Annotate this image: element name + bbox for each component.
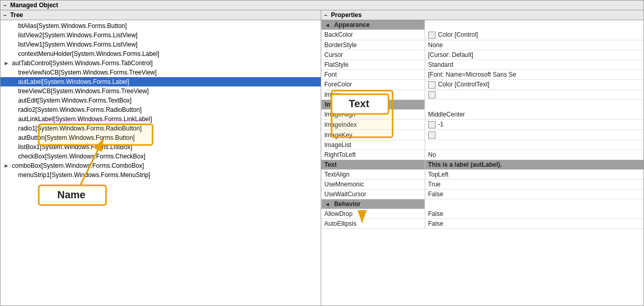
tree-item-label: treeViewNoCB[System.Windows.Forms.TreeVi… — [18, 69, 157, 76]
property-value[interactable]: Color [ControlText] — [425, 79, 643, 90]
managed-object-title: Managed Object — [10, 2, 58, 9]
properties-table: ◄AppearanceBackColor Color [Control]Bord… — [321, 20, 643, 305]
tree-item-label: btAlias[System.Windows.Forms.Button] — [18, 22, 127, 30]
property-value[interactable]: No — [425, 150, 643, 160]
property-row[interactable]: ImageKey — [321, 130, 643, 140]
property-row[interactable]: Font[Font: Name=Microsoft Sans Se — [321, 69, 643, 79]
tree-item[interactable]: ▶comboBox[System.Windows.Forms.ComboBox] — [1, 161, 321, 170]
property-value[interactable]: False — [425, 219, 643, 229]
property-value[interactable]: [Cursor: Default] — [425, 50, 643, 60]
property-value[interactable] — [425, 90, 643, 100]
tree-item[interactable]: listView2[System.Windows.Forms.ListView] — [1, 31, 321, 40]
property-name: ImageList — [321, 140, 425, 150]
tree-item[interactable]: radio2[System.Windows.Forms.RadioButton] — [1, 105, 321, 114]
color-swatch — [428, 132, 436, 139]
tree-item[interactable]: checkBox[System.Windows.Forms.CheckBox] — [1, 152, 321, 161]
color-swatch — [428, 121, 436, 128]
property-value[interactable]: None — [425, 40, 643, 50]
tree-item[interactable]: listBox1[System.Windows.Forms.ListBox] — [1, 142, 321, 152]
property-row[interactable]: AutoEllipsisFalse — [321, 219, 643, 229]
property-row[interactable]: AllowDropFalse — [321, 209, 643, 219]
property-name: RightToLeft — [321, 150, 425, 160]
property-name: Cursor — [321, 50, 425, 60]
property-name: FlatStyle — [321, 60, 425, 69]
property-row[interactable]: Cursor[Cursor: Default] — [321, 50, 643, 60]
tree-item-label: contextMenuHolder[System.Windows.Forms.L… — [18, 50, 159, 57]
property-row[interactable]: BorderStyleNone — [321, 40, 643, 50]
tree-item-label: autTabControl[System.Windows.Forms.TabCo… — [12, 60, 153, 67]
property-row[interactable]: Image — [321, 90, 643, 100]
property-value[interactable]: This is a label (autLabel). — [425, 160, 643, 170]
tree-item-label: autButton[System.Windows.Forms.Button] — [18, 134, 134, 141]
tree-item-label: radio2[System.Windows.Forms.RadioButton] — [18, 106, 142, 113]
property-value[interactable]: [Font: Name=Microsoft Sans Se — [425, 69, 643, 79]
property-row[interactable]: RightToLeftNo — [321, 150, 643, 160]
tree-collapse[interactable]: − — [4, 12, 7, 18]
property-name: AllowDrop — [321, 209, 425, 219]
section-title: Appearance — [334, 21, 370, 28]
property-value[interactable]: MiddleCenter — [425, 110, 643, 120]
section-collapse-icon[interactable]: ◄ — [325, 201, 330, 207]
property-value[interactable]: False — [425, 209, 643, 219]
property-row[interactable]: ImageList — [321, 140, 643, 150]
properties-collapse[interactable]: − — [324, 12, 327, 18]
property-name: ImageKey — [321, 130, 425, 140]
property-row[interactable]: ImageAlignMiddleCenter — [321, 110, 643, 120]
tree-item[interactable]: radio1[System.Windows.Forms.RadioButton] — [1, 124, 321, 133]
tree-item[interactable]: autLabel[System.Windows.Forms.Label] — [1, 77, 321, 86]
property-name: ForeColor — [321, 79, 425, 90]
property-row[interactable]: UseMnemonicTrue — [321, 180, 643, 190]
tree-item-label: comboBox[System.Windows.Forms.ComboBox] — [12, 162, 144, 169]
tree-item[interactable]: treeViewNoCB[System.Windows.Forms.TreeVi… — [1, 68, 321, 77]
tree-item-label: checkBox[System.Windows.Forms.CheckBox] — [18, 153, 145, 160]
tree-item-label: autEdit[System.Windows.Forms.TextBox] — [18, 97, 131, 104]
tree-item[interactable]: listView1[System.Windows.Forms.ListView] — [1, 40, 321, 49]
color-swatch — [428, 32, 436, 39]
tree-item-label: autLinkLabel[System.Windows.Forms.LinkLa… — [18, 115, 152, 123]
properties-label: Properties — [331, 11, 362, 19]
property-value[interactable]: -1 — [425, 120, 643, 130]
tree-item-label: autLabel[System.Windows.Forms.Label] — [18, 78, 129, 85]
tree-item[interactable]: ▶autTabControl[System.Windows.Forms.TabC… — [1, 59, 321, 68]
property-value[interactable] — [425, 130, 643, 140]
tree-item[interactable]: autButton[System.Windows.Forms.Button] — [1, 133, 321, 142]
property-row[interactable]: ImageIndex -1 — [321, 120, 643, 130]
tree-item[interactable]: autLinkLabel[System.Windows.Forms.LinkLa… — [1, 114, 321, 124]
tree-item[interactable]: treeViewCB[System.Windows.Forms.TreeView… — [1, 86, 321, 96]
tree-item[interactable]: contextMenuHolder[System.Windows.Forms.L… — [1, 49, 321, 59]
section-title: Behavior — [334, 200, 361, 208]
property-row-highlighted[interactable]: TextThis is a label (autLabel). — [321, 160, 643, 170]
properties-header: − Properties — [321, 10, 643, 20]
property-value[interactable]: Standard — [425, 60, 643, 69]
section-collapse-icon[interactable]: ◄ — [325, 22, 330, 28]
section-header-row: ◄Behavior — [321, 199, 643, 210]
property-name: BorderStyle — [321, 40, 425, 50]
property-name: Text — [321, 160, 425, 170]
tree-label: Tree — [10, 11, 23, 19]
property-name: ImageAlign — [321, 110, 425, 120]
property-name: TextAlign — [321, 170, 425, 180]
main-window: − Managed Object − Tree btAlias[System.W… — [0, 0, 644, 306]
right-panel: − Properties ◄AppearanceBackColor Color … — [321, 10, 643, 305]
property-row[interactable]: BackColor Color [Control] — [321, 30, 643, 40]
property-value[interactable]: True — [425, 180, 643, 190]
tree-list[interactable]: btAlias[System.Windows.Forms.Button]list… — [1, 20, 321, 305]
tree-item[interactable]: menuStrip1[System.Windows.Forms.MenuStri… — [1, 170, 321, 180]
property-row[interactable]: TextAlignTopLeft — [321, 170, 643, 180]
managed-object-collapse[interactable]: − — [4, 3, 7, 8]
property-name: Image — [321, 90, 425, 100]
property-value[interactable]: False — [425, 190, 643, 199]
property-row[interactable]: UseWaitCursorFalse — [321, 190, 643, 199]
property-value[interactable] — [425, 140, 643, 150]
property-row[interactable]: ForeColor Color [ControlText] — [321, 79, 643, 90]
section-title: Image — [325, 101, 343, 108]
tree-item-label: radio1[System.Windows.Forms.RadioButton] — [18, 125, 142, 132]
property-row[interactable]: FlatStyleStandard — [321, 60, 643, 69]
tree-item-label: listView1[System.Windows.Forms.ListView] — [18, 41, 138, 48]
left-panel: − Tree btAlias[System.Windows.Forms.Butt… — [1, 10, 321, 305]
tree-item[interactable]: autEdit[System.Windows.Forms.TextBox] — [1, 96, 321, 105]
tree-item-label: menuStrip1[System.Windows.Forms.MenuStri… — [18, 171, 150, 179]
property-value[interactable]: Color [Control] — [425, 30, 643, 40]
tree-item[interactable]: btAlias[System.Windows.Forms.Button] — [1, 21, 321, 31]
property-value[interactable]: TopLeft — [425, 170, 643, 180]
